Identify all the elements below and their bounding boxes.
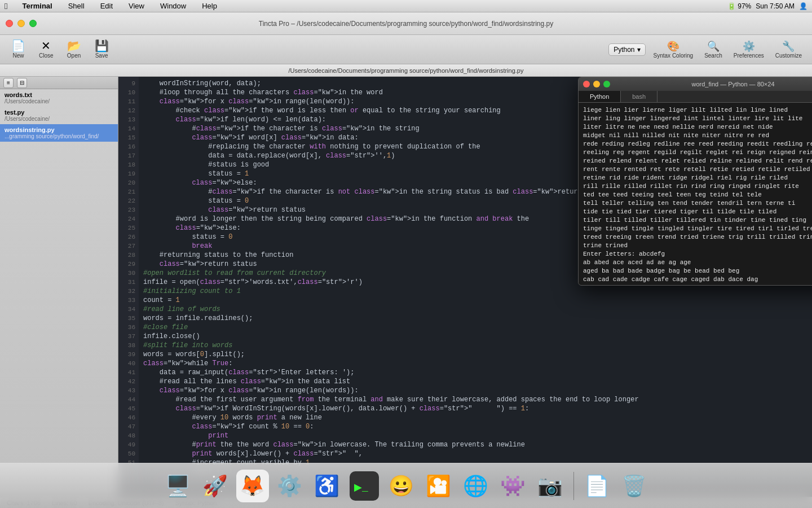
dock-preview[interactable]: 📷 [534, 470, 567, 502]
code-line: #every 10 words print a new line [143, 413, 807, 422]
menu-edit[interactable]: Edit [97, 1, 116, 11]
sidebar-item-test[interactable]: test.py /Users/codecaine/ [0, 107, 118, 124]
window-controls [6, 20, 37, 27]
menu-terminal[interactable]: Terminal [19, 1, 55, 11]
close-doc-icon: ✕ [41, 40, 51, 51]
svg-text:▶_: ▶_ [354, 482, 368, 493]
sidebar-filename-words: words.txt [5, 91, 113, 98]
code-line: data = raw_input(class="str">'Enter lett… [143, 368, 807, 377]
code-line: words = words[0].split(); [143, 350, 807, 359]
terminal-line: retine rid ride rident ridge ridgel riel… [583, 174, 812, 182]
code-line: print words[x].lower() + class="str">" "… [143, 449, 807, 458]
terminal-line: ted tee teed teeing teel teen teg teind … [583, 191, 812, 199]
sidebar-filepath-test: /Users/codecaine/ [5, 116, 113, 122]
terminal-maximize-button[interactable] [603, 81, 610, 87]
close-doc-button[interactable]: ✕ Close [34, 38, 58, 61]
code-line: #close file [143, 323, 807, 332]
code-line: class="kw">if count % 10 == 0: [143, 422, 807, 431]
menu-help[interactable]: Help [198, 1, 220, 11]
terminal-tab-bash[interactable]: bash [621, 91, 657, 102]
dock-accessibility[interactable]: ♿ [311, 470, 343, 502]
new-button[interactable]: 📄 New [7, 38, 30, 61]
preferences-button[interactable]: ⚙️ Preferences [730, 38, 767, 61]
sidebar: ≡ ⊟ words.txt /Users/codecaine/ test.py … [0, 77, 118, 497]
terminal-line: reined relend relent relet relied reline… [583, 157, 812, 165]
filepath-bar: /Users/codecaine/Documents/programming s… [0, 64, 812, 77]
terminal-line: tiler till tilled tiller tillered tin ti… [583, 216, 812, 225]
dock-trash[interactable]: 🗑️ [618, 470, 651, 502]
menu-shell[interactable]: Shell [65, 1, 88, 11]
filepath-text: /Users/codecaine/Documents/programming s… [289, 67, 524, 74]
sidebar-filename-test: test.py [5, 109, 113, 116]
dock-launchpad[interactable]: 🚀 [199, 470, 232, 502]
apple-logo[interactable]:  [5, 1, 7, 11]
terminal-line: tide tie tied tier tiered tiger til tild… [583, 208, 812, 216]
terminal-line: rent rente rented ret rete retell retie … [583, 165, 812, 174]
terminal-tab-python[interactable]: Python [579, 91, 621, 102]
sidebar-filename-wordsinstring: wordsinstring.py [5, 126, 113, 133]
customize-icon: 🔧 [782, 40, 795, 52]
sidebar-item-wordsinstring[interactable]: wordsinstring.py ...gramming source/pyth… [0, 124, 118, 142]
sidebar-list-view[interactable]: ≡ [3, 78, 14, 88]
title-bar: Tincta Pro – /Users/codecaine/Documents/… [0, 12, 812, 35]
sidebar-item-words[interactable]: words.txt /Users/codecaine/ [0, 89, 118, 107]
code-line: infile.close() [143, 332, 807, 341]
sidebar-filepath-words: /Users/codecaine/ [5, 98, 113, 104]
code-line: #split file into words [143, 341, 807, 350]
open-button[interactable]: 📂 Open [63, 38, 86, 61]
dock-terminal[interactable]: ▶_ [348, 470, 381, 502]
terminal-line: aged ba bad bade badge bag be bead bed b… [583, 267, 812, 275]
syntax-coloring-label: Syntax Coloring [654, 52, 694, 59]
open-label: Open [67, 52, 81, 59]
code-line: words = infile.readlines(); [143, 314, 807, 323]
menu-window[interactable]: Window [157, 1, 189, 11]
terminal-line: cab cad cade cadge cafe cage caged dab d… [583, 275, 812, 283]
code-line: print [143, 431, 807, 440]
terminal-line: Enter letters: abcdefg [583, 250, 812, 259]
chevron-down-icon: ▾ [637, 46, 641, 54]
terminal-line: liner ling linger lingered lint lintel l… [583, 115, 812, 123]
save-button[interactable]: 💾 Save [90, 38, 113, 61]
code-line: count = 1 [143, 296, 807, 305]
window-title: Tincta Pro – /Users/codecaine/Documents/… [259, 20, 553, 28]
dock-pdf[interactable]: 📄 [581, 470, 614, 502]
lang-value: Python [614, 46, 634, 54]
customize-button[interactable]: 🔧 Customize [772, 38, 805, 61]
code-line: class="kw">if WordInString(words[x].lowe… [143, 404, 807, 413]
dock-firefox[interactable]: 🦊 [236, 470, 269, 502]
terminal-line: tell teller telling ten tend tender tend… [583, 199, 812, 208]
terminal-line: liter litre ne nee need nellie nerd nere… [583, 123, 812, 132]
close-doc-label: Close [39, 52, 54, 59]
code-line: #read all the lines class="kw">in the da… [143, 377, 807, 386]
dock-system-preferences[interactable]: ⚙️ [273, 470, 306, 502]
terminal-close-button[interactable] [583, 81, 590, 87]
sidebar-collapse-all[interactable]: ⊟ [17, 78, 27, 88]
close-button[interactable] [6, 20, 13, 27]
search-icon: 🔍 [707, 40, 720, 52]
dock-app2[interactable]: 🎦 [422, 470, 455, 502]
code-line: #read the first user argument from the t… [143, 395, 807, 404]
dock-browser[interactable]: 🌐 [460, 470, 492, 502]
terminal-title-bar: word_find — Python — 80×24 [579, 77, 812, 91]
editor-area: 9101112131415161718192021222324252627282… [118, 77, 812, 497]
dock-alien[interactable]: 👾 [497, 470, 529, 502]
terminal-body[interactable]: liege lien lier lierne liger lilt lilted… [579, 103, 812, 283]
dock-finder[interactable]: 🖥️ [162, 470, 195, 502]
terminal-line: treed treeing treen trend tried triene t… [583, 233, 812, 242]
sidebar-filepath-wordsinstring: ...gramming source/python/word_find/ [5, 133, 113, 139]
terminal-minimize-button[interactable] [593, 81, 600, 87]
new-label: New [12, 52, 24, 59]
search-toolbar-button[interactable]: 🔍 Search [701, 38, 726, 61]
menu-view[interactable]: View [125, 1, 148, 11]
preferences-icon: ⚙️ [743, 40, 755, 52]
dock-emoji[interactable]: 😀 [385, 470, 418, 502]
open-icon: 📂 [67, 40, 81, 51]
search-label: Search [704, 52, 722, 59]
maximize-button[interactable] [29, 20, 37, 27]
terminal-window: word_find — Python — 80×24 Python bash l… [578, 77, 812, 286]
language-selector[interactable]: Python ▾ [608, 43, 645, 56]
syntax-coloring-button[interactable]: 🎨 Syntax Coloring [650, 38, 697, 61]
code-line: #initializing count to 1 [143, 287, 807, 296]
minimize-button[interactable] [17, 20, 25, 27]
code-line: class="kw">while True: [143, 359, 807, 368]
